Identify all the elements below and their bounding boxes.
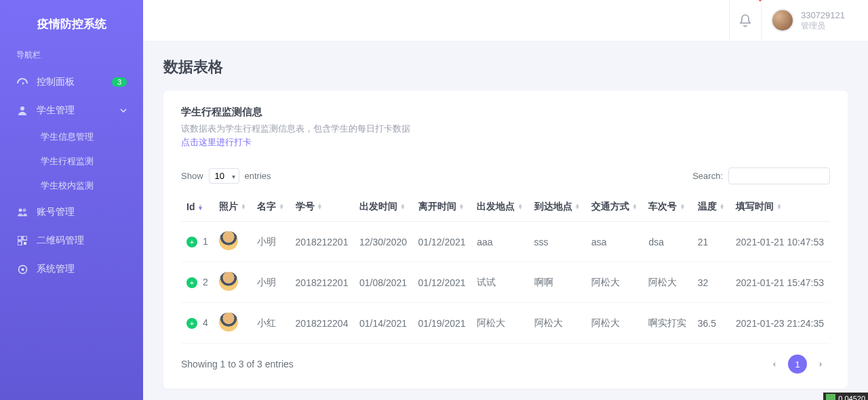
- cell-sid: 2018212201: [290, 262, 354, 303]
- cell-depart: 01/14/2021: [354, 303, 413, 344]
- card-title: 学生行程监测信息: [181, 106, 830, 119]
- qrcode-icon: [16, 236, 28, 245]
- chevron-down-icon: [120, 108, 127, 113]
- svg-rect-6: [24, 242, 26, 245]
- pagination: ‹ 1 ›: [765, 355, 830, 374]
- cell-leave: 01/12/2021: [413, 262, 472, 303]
- column-header[interactable]: 学号▲▼: [290, 193, 354, 222]
- column-header[interactable]: 填写时间▲▼: [730, 193, 830, 222]
- dashboard-icon: [16, 78, 28, 86]
- student-submenu: 学生信息管理 学生行程监测 学生校内监测: [0, 125, 143, 198]
- badge: 3: [112, 77, 127, 87]
- page-next[interactable]: ›: [811, 355, 830, 374]
- data-card: 学生行程监测信息 该数据表为学生行程监测信息表，包含学生的每日打卡数据 点击这里…: [163, 91, 848, 388]
- sort-icon: ▲▼: [241, 204, 246, 209]
- show-label: Show: [181, 171, 203, 181]
- cell-time: 2021-01-23 21:24:35: [730, 303, 830, 344]
- page-title: 数据表格: [163, 57, 848, 77]
- gear-icon: [16, 264, 28, 275]
- student-photo: [219, 231, 238, 250]
- sub-item-student-campus[interactable]: 学生校内监测: [24, 174, 143, 198]
- column-header[interactable]: 名字▲▼: [252, 193, 290, 222]
- expand-button[interactable]: +: [186, 237, 197, 247]
- sub-item-student-info[interactable]: 学生信息管理: [24, 125, 143, 149]
- column-header[interactable]: 照片▲▼: [214, 193, 252, 222]
- account-icon: [16, 207, 28, 217]
- cell-temp: 21: [692, 222, 730, 262]
- sort-icon: ▲▼: [197, 205, 203, 210]
- sub-item-student-travel[interactable]: 学生行程监测: [24, 149, 143, 174]
- cell-name: 小明: [252, 262, 290, 303]
- length-control: Show 10 ▾ entries: [181, 168, 271, 184]
- sort-icon: ▲▼: [575, 204, 580, 209]
- student-photo: [219, 272, 238, 291]
- cell-trans: 阿松大: [586, 303, 643, 344]
- cell-train: 阿松大: [643, 262, 692, 303]
- brand: 疫情防控系统: [0, 0, 143, 45]
- sidebar-item-dashboard[interactable]: 控制面板 3: [0, 68, 143, 96]
- cell-name: 小红: [252, 303, 290, 344]
- card-subtitle: 该数据表为学生行程监测信息表，包含学生的每日打卡数据: [181, 123, 830, 135]
- expand-button[interactable]: +: [186, 318, 197, 329]
- notifications-button[interactable]: [729, 0, 761, 41]
- column-header[interactable]: 温度▲▼: [692, 193, 730, 222]
- column-header[interactable]: Id▲▼: [181, 193, 214, 222]
- sort-icon: ▲▼: [517, 204, 523, 209]
- page-number[interactable]: 1: [788, 355, 807, 374]
- expand-button[interactable]: +: [186, 277, 197, 288]
- cell-trans: 阿松大: [586, 262, 643, 303]
- cell-time: 2021-01-21 10:47:53: [730, 222, 830, 262]
- search-label: Search:: [692, 171, 723, 181]
- sidebar-item-student[interactable]: 学生管理: [0, 96, 143, 125]
- column-header[interactable]: 出发地点▲▼: [471, 193, 528, 222]
- column-header[interactable]: 出发时间▲▼: [354, 193, 413, 222]
- cell-from: aaa: [471, 222, 528, 262]
- table-row: +4小红201821220401/14/202101/19/2021阿松大阿松大…: [181, 303, 830, 344]
- cell-id: +4: [181, 303, 214, 344]
- sidebar: 疫情防控系统 导航栏 控制面板 3 学生管理 学生信息管理 学生行程监测 学生校…: [0, 0, 143, 400]
- cell-from: 阿松大: [471, 303, 528, 344]
- sort-icon: ▲▼: [679, 204, 685, 209]
- page-prev[interactable]: ‹: [765, 355, 784, 374]
- cell-depart: 12/30/2020: [354, 222, 413, 262]
- search-input[interactable]: [728, 167, 830, 184]
- column-header[interactable]: 离开时间▲▼: [413, 193, 472, 222]
- entries-select[interactable]: 10: [209, 168, 239, 184]
- cell-to: sss: [529, 222, 586, 262]
- svg-point-2: [23, 209, 26, 212]
- cell-train: 啊实打实: [643, 303, 692, 344]
- nav-section-label: 导航栏: [0, 45, 143, 68]
- checkin-link[interactable]: 点击这里进行打卡: [181, 137, 252, 147]
- perf-value: 0.04520: [838, 395, 865, 400]
- sidebar-item-label: 学生管理: [37, 104, 75, 117]
- user-role: 管理员: [801, 21, 845, 31]
- svg-rect-3: [18, 236, 22, 240]
- cell-name: 小明: [252, 222, 290, 262]
- svg-point-0: [20, 106, 24, 111]
- user-menu[interactable]: 330729121 管理员: [761, 0, 854, 41]
- cell-train: dsa: [643, 222, 692, 262]
- sidebar-item-qrcode[interactable]: 二维码管理: [0, 226, 143, 255]
- cell-leave: 01/12/2021: [413, 222, 472, 262]
- sidebar-item-system[interactable]: 系统管理: [0, 255, 143, 283]
- perf-widget: 0.04520: [823, 393, 868, 400]
- sidebar-item-account[interactable]: 账号管理: [0, 198, 143, 226]
- sidebar-item-label: 账号管理: [37, 206, 75, 218]
- cell-to: 阿松大: [529, 303, 586, 344]
- table-row: +1小明201821220112/30/202001/12/2021aaasss…: [181, 222, 830, 262]
- sort-icon: ▲▼: [459, 204, 465, 209]
- user-id: 330729121: [801, 10, 845, 21]
- topbar: 330729121 管理员: [143, 0, 868, 41]
- cell-leave: 01/19/2021: [413, 303, 472, 344]
- column-header[interactable]: 交通方式▲▼: [586, 193, 643, 222]
- entries-label: entries: [245, 171, 271, 181]
- cell-time: 2021-01-21 15:47:53: [730, 262, 830, 303]
- cell-photo: [214, 303, 252, 344]
- sidebar-item-label: 系统管理: [37, 263, 75, 275]
- cell-sid: 2018212204: [290, 303, 354, 344]
- cell-trans: asa: [586, 222, 643, 262]
- cell-sid: 2018212201: [290, 222, 354, 262]
- column-header[interactable]: 到达地点▲▼: [529, 193, 586, 222]
- column-header[interactable]: 车次号▲▼: [643, 193, 692, 222]
- cell-photo: [214, 262, 252, 303]
